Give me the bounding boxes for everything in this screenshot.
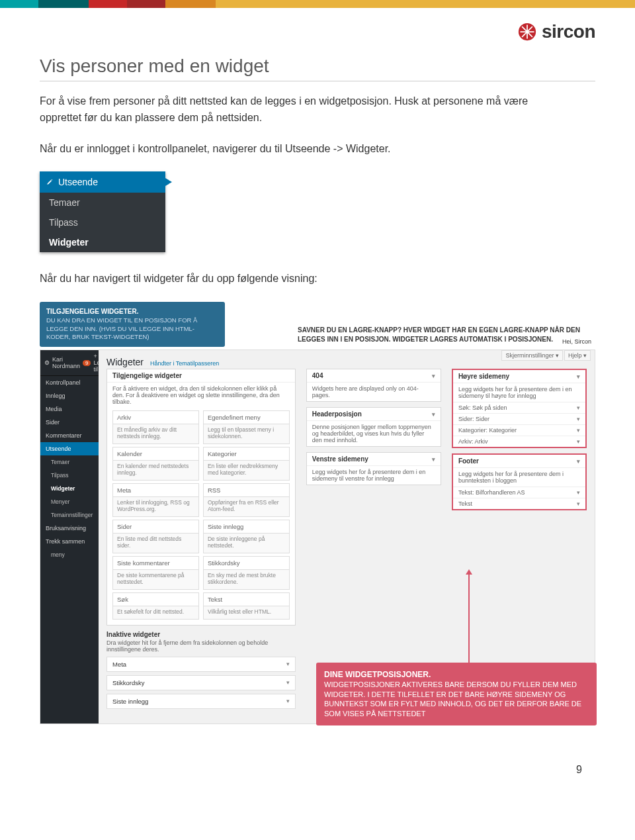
- widget-tile-siste-kommentarer[interactable]: Siste kommentarer: [112, 556, 199, 570]
- sidebar-item-trekk-sammen[interactable]: Trekk sammen: [40, 535, 99, 548]
- widget-tile-tekst[interactable]: Tekst: [203, 592, 290, 606]
- widget-desc: De siste kommentarene på nettstedet.: [112, 570, 199, 590]
- intro-paragraph-2: Når du er innlogget i kontrollpanelet, n…: [40, 141, 556, 158]
- sidebar-item-utseende[interactable]: Utseende: [40, 442, 99, 455]
- brush-icon: [46, 179, 53, 185]
- widget-area-headerposisjon[interactable]: Headerposisjon▾Denne posisjonen ligger m…: [306, 407, 441, 447]
- widget-area-venstre-sidemeny[interactable]: Venstre sidemeny▾Legg widgets her for å …: [306, 452, 441, 485]
- update-badge[interactable]: 9: [83, 360, 91, 366]
- sidepanel-header[interactable]: Utseende: [40, 171, 165, 193]
- widget-item[interactable]: Tekst: Bilforhandleren AS▾: [453, 487, 585, 498]
- chevron-down-icon: ▾: [577, 416, 580, 422]
- page-number: 9: [40, 764, 595, 776]
- widget-desc: Lenker til innlogging, RSS og WordPress.…: [112, 497, 199, 517]
- wp-admin-topbar: ⚙ Kari Nordmann 9 + Legg til: [40, 350, 99, 376]
- wp-page-subtitle-link[interactable]: Håndter i Tematilpasseren: [150, 360, 219, 367]
- available-widgets-desc: For å aktivere en widget, dra den til si…: [107, 383, 295, 408]
- sidebar-item-sider[interactable]: Sider: [40, 416, 99, 429]
- sidepanel-item-widgeter[interactable]: Widgeter: [40, 232, 165, 252]
- inactive-widget-siste-innlegg[interactable]: Siste innlegg▾: [106, 694, 296, 709]
- callout-widget-positions: DINE WIDGETPOSISJONER. WIDGETPOSISJONER …: [316, 663, 597, 726]
- chevron-down-icon: ▾: [432, 411, 435, 418]
- widget-desc: En kalender med nettstedets innlegg.: [112, 461, 199, 481]
- available-widgets-title: Tilgjengelige widgeter: [107, 369, 295, 383]
- callout-red-text: WIDGETPOSISJONER AKTIVERES BARE DERSOM D…: [324, 680, 581, 718]
- sidebar-item-media[interactable]: Media: [40, 402, 99, 416]
- widget-tile-rss[interactable]: RSS: [203, 483, 290, 497]
- sidebar-item-temaer[interactable]: Temaer: [40, 455, 99, 469]
- widget-desc: Et søkefelt for ditt nettsted.: [112, 606, 199, 620]
- sidebar-item-kontrollpanel[interactable]: Kontrollpanel: [40, 376, 99, 389]
- inactive-widget-meta[interactable]: Meta▾: [106, 657, 296, 672]
- inactive-title: Inaktive widgeter: [106, 631, 296, 638]
- widget-tile-kategorier[interactable]: Kategorier: [203, 447, 290, 461]
- inactive-desc: Dra widgeter hit for å fjerne dem fra si…: [106, 639, 296, 653]
- widget-tile-arkiv[interactable]: Arkiv: [112, 410, 199, 424]
- sidepanel-item-temaer[interactable]: Temaer: [40, 193, 165, 212]
- chevron-down-icon: ▾: [577, 500, 580, 507]
- widget-desc: En sky med de mest brukte stikkordene.: [203, 570, 290, 590]
- widget-tile-sider[interactable]: Sider: [112, 520, 199, 534]
- wp-sidebar-list: KontrollpanelInnleggMediaSiderKommentare…: [40, 376, 99, 561]
- page-title: Vis personer med en widget: [40, 56, 595, 81]
- widget-desc: En liste med ditt nettsteds sider.: [112, 534, 199, 553]
- sidepanel-item-tilpass[interactable]: Tilpass: [40, 212, 165, 232]
- brand-logo: sircon: [40, 21, 595, 42]
- chevron-down-icon: ▾: [432, 373, 435, 379]
- inactive-widget-stikkordsky[interactable]: Stikkordsky▾: [106, 675, 296, 690]
- widget-area-desc: Legg widgets her for å presentere dem i …: [307, 466, 441, 485]
- wp-admin-sidebar: ⚙ Kari Nordmann 9 + Legg til Kontrollpan…: [40, 350, 99, 723]
- tab-help[interactable]: Hjelp ▾: [564, 350, 591, 361]
- intro-paragraph-3: Når du har navigert til widgeter får du …: [40, 271, 556, 287]
- chevron-down-icon: ▾: [432, 456, 435, 463]
- top-save-note: SAVNER DU EN LAGRE-KNAPP? HVER WIDGET HA…: [298, 326, 595, 344]
- widget-area-høyre-sidemeny[interactable]: Høyre sidemeny▾Legg widgets her for å pr…: [452, 369, 587, 448]
- chevron-down-icon: ▾: [286, 698, 290, 705]
- sidebar-item-menyer[interactable]: Menyer: [40, 495, 99, 508]
- sidebar-item-widgeter[interactable]: Widgeter: [40, 482, 99, 495]
- widget-desc: De siste innleggene på nettstedet.: [203, 534, 290, 553]
- widget-item[interactable]: Søk: Søk på siden▾: [453, 402, 585, 413]
- chevron-down-icon: ▾: [577, 427, 580, 434]
- sidebar-item-meny[interactable]: meny: [40, 548, 99, 561]
- topbar-user[interactable]: Kari Nordmann: [52, 356, 80, 369]
- sidebar-item-kommentarer[interactable]: Kommentarer: [40, 429, 99, 442]
- callout-available-widgets: TILGJENGELIGE WIDGETER. DU KAN DRA EN WI…: [40, 302, 225, 347]
- widget-area-404[interactable]: 404▾Widgets here are displayed only on 4…: [306, 369, 441, 402]
- widget-tile-egendefinert-meny[interactable]: Egendefinert meny: [203, 410, 290, 424]
- widget-desc: Oppføringer fra en RSS eller Atom-feed.: [203, 497, 290, 517]
- sidebar-item-bruksanvisning[interactable]: Bruksanvisning: [40, 522, 99, 535]
- widget-area-footer[interactable]: Footer▾Legg widgets her for å presentere…: [452, 453, 587, 510]
- chevron-down-icon: ▾: [286, 679, 290, 686]
- widget-tile-meta[interactable]: Meta: [112, 483, 199, 497]
- sidebar-item-temainnstillinger[interactable]: Temainnstillinger: [40, 508, 99, 522]
- widget-desc: En liste eller nedtrekksmeny med kategor…: [203, 461, 290, 481]
- widget-desc: Legg til en tilpasset meny i sidekolonne…: [203, 424, 290, 444]
- widget-item[interactable]: Arkiv: Arkiv▾: [453, 436, 585, 447]
- intro-paragraph-1: For å vise frem personer på ditt nettste…: [40, 93, 556, 126]
- sidebar-item-tilpass[interactable]: Tilpass: [40, 469, 99, 482]
- screen-options-tabs: Skjerminnstillinger ▾ Hjelp ▾: [501, 350, 591, 361]
- widget-tile-kalender[interactable]: Kalender: [112, 447, 199, 461]
- widget-area-desc: Denne posisjonen ligger mellom toppmenye…: [307, 421, 441, 446]
- sircon-logo-icon: [518, 23, 536, 41]
- available-widgets-grid: ArkivEt månedlig arkiv av ditt nettsteds…: [112, 410, 290, 622]
- arrow-up-icon: [468, 575, 470, 667]
- sidebar-item-innlegg[interactable]: Innlegg: [40, 389, 99, 402]
- chevron-down-icon: ▾: [286, 661, 290, 668]
- chevron-down-icon: ▾: [577, 489, 580, 496]
- top-color-stripe: [0, 0, 635, 8]
- widget-tile-siste-innlegg[interactable]: Siste innlegg: [203, 520, 290, 534]
- widget-tile-stikkordsky[interactable]: Stikkordsky: [203, 556, 290, 570]
- available-widgets-panel: Tilgjengelige widgeter For å aktivere en…: [106, 369, 296, 626]
- callout-blue-text: DU KAN DRA EN WIDGET TIL EN POSISJON FOR…: [46, 316, 218, 342]
- widget-item[interactable]: Sider: Sider▾: [453, 413, 585, 424]
- widget-item[interactable]: Kategorier: Kategorier▾: [453, 424, 585, 436]
- utseende-side-panel: Utseende Temaer Tilpass Widgeter: [40, 171, 165, 252]
- widget-area-desc: Legg widgets her for å presentere dem i …: [453, 468, 585, 487]
- widget-item[interactable]: Tekst▾: [453, 498, 585, 509]
- inactive-widgets-panel: Inaktive widgeter Dra widgeter hit for å…: [106, 631, 296, 709]
- tab-screen-options[interactable]: Skjerminnstillinger ▾: [501, 350, 563, 361]
- widget-tile-søk[interactable]: Søk: [112, 592, 199, 606]
- inactive-list: Meta▾Stikkordsky▾Siste innlegg▾: [106, 657, 296, 709]
